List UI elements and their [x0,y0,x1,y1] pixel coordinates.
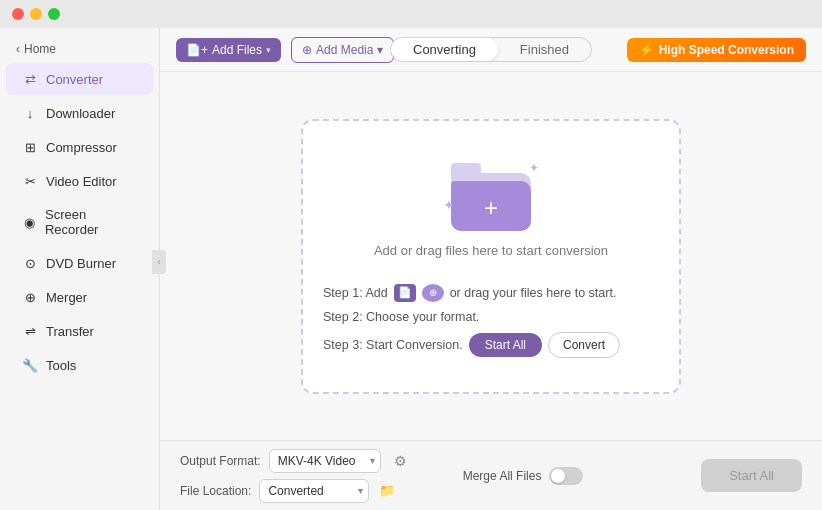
tab-finished-label: Finished [520,42,569,57]
traffic-lights [12,8,60,20]
tab-converting[interactable]: Converting [391,38,498,61]
sidebar-label-tools: Tools [46,358,76,373]
transfer-icon: ⇌ [22,323,38,339]
sidebar-item-compressor[interactable]: ⊞ Compressor [6,131,153,163]
close-button[interactable] [12,8,24,20]
start-all-inline-button[interactable]: Start All [469,333,542,357]
sidebar-item-downloader[interactable]: ↓ Downloader [6,97,153,129]
start-all-inline-label: Start All [485,338,526,352]
converter-icon: ⇄ [22,71,38,87]
file-location-select-wrapper: Converted [259,479,369,503]
browse-folder-button[interactable]: 📁 [377,483,397,499]
add-media-chevron-icon: ▾ [377,43,383,57]
steps-area: Step 1: Add 📄 ⊕ or drag your files here … [323,280,659,362]
sidebar-collapse-button[interactable]: ‹ [152,250,166,274]
step-2-row: Step 2: Choose your format. [323,306,659,328]
compressor-icon: ⊞ [22,139,38,155]
maximize-button[interactable] [48,8,60,20]
step3-prefix: Step 3: Start Conversion. [323,338,463,352]
drop-zone[interactable]: + ✦ ✦ Add or drag files here to start co… [301,119,681,394]
high-speed-label: High Speed Conversion [659,43,794,57]
output-format-label: Output Format: [180,454,261,468]
file-location-label: File Location: [180,484,251,498]
merge-field: Merge All Files [463,467,584,485]
sidebar-item-dvd-burner[interactable]: ⊙ DVD Burner [6,247,153,279]
sidebar-label-transfer: Transfer [46,324,94,339]
sidebar-label-compressor: Compressor [46,140,117,155]
sidebar-item-merger[interactable]: ⊕ Merger [6,281,153,313]
screen-recorder-icon: ◉ [22,214,37,230]
sparkle-right-icon: ✦ [529,161,539,175]
file-location-select[interactable]: Converted [259,479,369,503]
dvd-burner-icon: ⊙ [22,255,38,271]
step1-suffix: or drag your files here to start. [450,286,617,300]
output-format-select[interactable]: MKV-4K Video [269,449,381,473]
merge-toggle[interactable] [549,467,583,485]
sparkle-left-icon: ✦ [443,197,455,213]
bottom-fields: Output Format: MKV-4K Video ⚙ File Locat… [180,449,413,503]
sidebar-label-converter: Converter [46,72,103,87]
merge-label: Merge All Files [463,469,542,483]
add-files-button[interactable]: 📄+ Add Files ▾ [176,38,281,62]
start-all-label: Start All [729,468,774,483]
folder-icon: + ✦ ✦ [441,151,541,231]
tools-icon: 🔧 [22,357,38,373]
output-format-field: Output Format: MKV-4K Video ⚙ [180,449,413,473]
home-label: Home [24,42,56,56]
drop-zone-text: Add or drag files here to start conversi… [374,243,608,258]
lightning-icon: ⚡ [639,43,654,57]
bottom-bar: Output Format: MKV-4K Video ⚙ File Locat… [160,440,822,510]
home-nav[interactable]: ‹ Home [0,36,159,62]
tab-group: Converting Finished [390,37,592,62]
add-media-label: Add Media [316,43,373,57]
step-3-row: Step 3: Start Conversion. Start All Conv… [323,328,659,362]
sidebar-label-dvd-burner: DVD Burner [46,256,116,271]
add-files-icon: 📄+ [186,43,208,57]
folder-front: + [451,181,531,231]
downloader-icon: ↓ [22,105,38,121]
tab-converting-label: Converting [413,42,476,57]
minimize-button[interactable] [30,8,42,20]
sidebar-label-video-editor: Video Editor [46,174,117,189]
convert-button[interactable]: Convert [548,332,620,358]
start-all-button[interactable]: Start All [701,459,802,492]
chevron-left-icon: ‹ [16,42,20,56]
merger-icon: ⊕ [22,289,38,305]
step2-text: Step 2: Choose your format. [323,310,479,324]
video-editor-icon: ✂ [22,173,38,189]
sidebar: ‹ Home ⇄ Converter ↓ Downloader ⊞ Compre… [0,28,160,510]
topbar: 📄+ Add Files ▾ ⊕ Add Media ▾ Converting … [160,28,822,72]
step1-add-icon: 📄 [394,284,416,302]
step1-media-icon: ⊕ [422,284,444,302]
sidebar-label-merger: Merger [46,290,87,305]
add-files-chevron-icon: ▾ [266,45,271,55]
folder-plus-icon: + [484,194,498,222]
add-media-icon: ⊕ [302,43,312,57]
step1-prefix: Step 1: Add [323,286,388,300]
drop-zone-area: + ✦ ✦ Add or drag files here to start co… [160,72,822,440]
sidebar-label-downloader: Downloader [46,106,115,121]
main-content: 📄+ Add Files ▾ ⊕ Add Media ▾ Converting … [160,28,822,510]
sidebar-item-screen-recorder[interactable]: ◉ Screen Recorder [6,199,153,245]
file-location-field: File Location: Converted 📁 [180,479,413,503]
titlebar [0,0,822,28]
sidebar-item-tools[interactable]: 🔧 Tools [6,349,153,381]
sidebar-item-video-editor[interactable]: ✂ Video Editor [6,165,153,197]
high-speed-button[interactable]: ⚡ High Speed Conversion [627,38,806,62]
step-1-row: Step 1: Add 📄 ⊕ or drag your files here … [323,280,659,306]
sidebar-item-converter[interactable]: ⇄ Converter [6,63,153,95]
tab-finished[interactable]: Finished [498,38,591,61]
add-files-label: Add Files [212,43,262,57]
convert-label: Convert [563,338,605,352]
output-settings-button[interactable]: ⚙ [389,449,413,473]
sidebar-label-screen-recorder: Screen Recorder [45,207,137,237]
sidebar-item-transfer[interactable]: ⇌ Transfer [6,315,153,347]
add-media-button[interactable]: ⊕ Add Media ▾ [291,37,394,63]
output-format-select-wrapper: MKV-4K Video [269,449,381,473]
